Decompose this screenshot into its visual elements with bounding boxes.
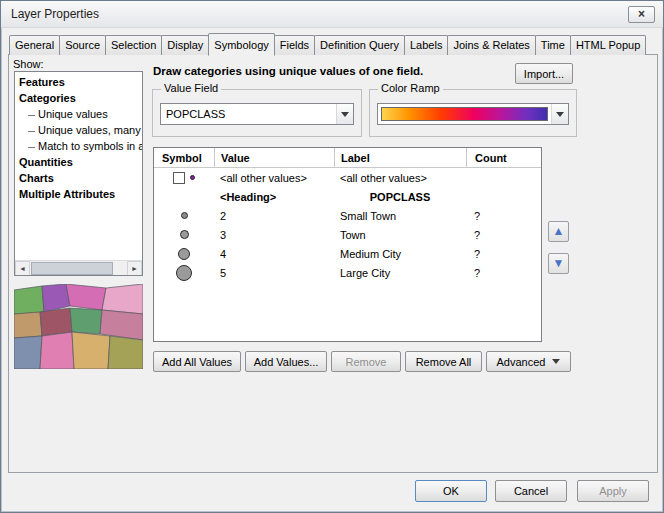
- move-down-icon[interactable]: ▼: [548, 253, 569, 274]
- sidebar-item-quantities[interactable]: Quantities: [15, 154, 142, 170]
- tab-display[interactable]: Display: [161, 35, 209, 55]
- map-preview: [14, 284, 143, 369]
- table-header: Symbol Value Label Count: [154, 148, 541, 168]
- tab-html-popup[interactable]: HTML Popup: [570, 35, 646, 55]
- chevron-down-icon[interactable]: [551, 104, 568, 124]
- tab-selection[interactable]: Selection: [105, 35, 162, 55]
- point-symbol[interactable]: [181, 212, 188, 219]
- remove-button: Remove: [331, 351, 401, 372]
- tree-line: [28, 115, 35, 116]
- table-row[interactable]: <all other values> <all other values>: [154, 168, 541, 187]
- apply-button: Apply: [577, 480, 649, 502]
- tab-source[interactable]: Source: [59, 35, 106, 55]
- sidebar-item-match-symbols[interactable]: Match to symbols in a: [15, 138, 142, 154]
- sidebar-item-features[interactable]: Features: [15, 74, 142, 90]
- value-field-dropdown[interactable]: POPCLASS: [160, 103, 354, 125]
- window-title: Layer Properties: [11, 7, 99, 21]
- tab-time[interactable]: Time: [535, 35, 571, 55]
- row-checkbox[interactable]: [173, 172, 185, 184]
- title-bar: Layer Properties ×: [1, 1, 663, 28]
- tab-general[interactable]: General: [9, 35, 60, 55]
- tab-fields[interactable]: Fields: [274, 35, 315, 55]
- horizontal-scrollbar[interactable]: ◄ ►: [15, 260, 142, 275]
- sidebar-item-categories[interactable]: Categories: [15, 90, 142, 106]
- move-up-icon[interactable]: ▲: [548, 221, 569, 242]
- header-symbol: Symbol: [154, 148, 214, 167]
- tree-line: [28, 131, 35, 132]
- point-symbol[interactable]: [176, 265, 192, 281]
- tab-joins-relates[interactable]: Joins & Relates: [447, 35, 535, 55]
- close-icon[interactable]: ×: [628, 6, 655, 23]
- color-ramp-swatch: [381, 107, 548, 121]
- tab-definition-query[interactable]: Definition Query: [314, 35, 405, 55]
- ok-button[interactable]: OK: [415, 480, 487, 502]
- values-table: Symbol Value Label Count <all other valu…: [153, 147, 542, 342]
- all-other-values-symbol[interactable]: [190, 175, 195, 180]
- header-label: Label: [334, 148, 466, 167]
- remove-all-button[interactable]: Remove All: [405, 351, 482, 372]
- tree-line: [28, 147, 35, 148]
- point-symbol[interactable]: [178, 248, 190, 260]
- scroll-left-icon[interactable]: ◄: [15, 261, 30, 276]
- table-row[interactable]: 2 Small Town ?: [154, 206, 541, 225]
- tab-symbology[interactable]: Symbology: [208, 33, 274, 56]
- value-field-selected: POPCLASS: [161, 108, 336, 120]
- sidebar-item-unique-values[interactable]: Unique values: [15, 106, 142, 122]
- show-listbox: Features Categories Unique values Unique…: [14, 71, 143, 276]
- show-label: Show:: [13, 58, 44, 70]
- color-ramp-label: Color Ramp: [378, 82, 443, 94]
- header-count: Count: [466, 148, 541, 167]
- scrollbar-thumb[interactable]: [31, 262, 113, 275]
- color-ramp-dropdown[interactable]: [377, 103, 569, 125]
- sidebar-item-multiple-attributes[interactable]: Multiple Attributes: [15, 186, 142, 202]
- sidebar-item-charts[interactable]: Charts: [15, 170, 142, 186]
- value-field-label: Value Field: [161, 82, 221, 94]
- header-value: Value: [214, 148, 334, 167]
- sidebar-item-unique-values-many[interactable]: Unique values, many: [15, 122, 142, 138]
- panel-description: Draw categories using unique values of o…: [153, 65, 508, 77]
- add-values-button[interactable]: Add Values...: [245, 351, 327, 372]
- tab-strip: General Source Selection Display Symbolo…: [9, 33, 645, 55]
- add-all-values-button[interactable]: Add All Values: [153, 351, 241, 372]
- point-symbol[interactable]: [180, 230, 189, 239]
- chevron-down-icon[interactable]: [336, 104, 353, 124]
- tab-labels[interactable]: Labels: [404, 35, 448, 55]
- table-row[interactable]: 5 Large City ?: [154, 263, 541, 282]
- layer-properties-dialog: Layer Properties × General Source Select…: [0, 0, 664, 513]
- table-row[interactable]: 3 Town ?: [154, 225, 541, 244]
- advanced-button[interactable]: Advanced: [486, 351, 571, 372]
- scroll-right-icon[interactable]: ►: [127, 261, 142, 276]
- table-row[interactable]: 4 Medium City ?: [154, 244, 541, 263]
- cancel-button[interactable]: Cancel: [495, 480, 567, 502]
- table-row-heading[interactable]: <Heading> POPCLASS: [154, 187, 541, 206]
- import-button[interactable]: Import...: [515, 63, 573, 84]
- chevron-down-icon: [552, 359, 560, 364]
